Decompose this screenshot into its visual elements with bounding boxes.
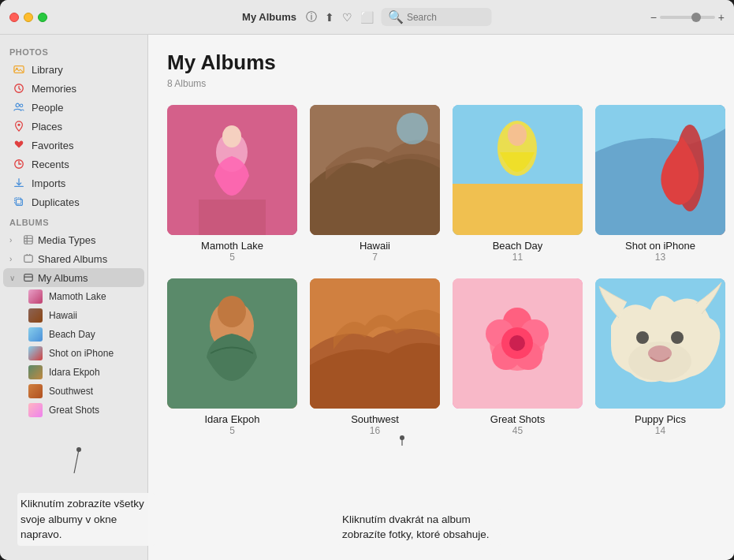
svg-point-5 bbox=[17, 124, 20, 126]
favorites-icon bbox=[13, 139, 25, 151]
sidebar-subitem-mamoth-lake[interactable]: Mamoth Lake bbox=[3, 287, 144, 306]
album-beach-day[interactable]: Beach Day 11 bbox=[453, 105, 583, 263]
album-thumb-puppy bbox=[595, 278, 725, 409]
svg-rect-11 bbox=[24, 274, 33, 282]
search-bar[interactable]: 🔍 bbox=[382, 8, 492, 26]
main-panel: My Albums 8 Albums bbox=[148, 35, 734, 560]
album-thumbnail-mamoth bbox=[28, 289, 43, 304]
album-count: 5 bbox=[229, 252, 235, 263]
sidebar-item-memories[interactable]: Memories bbox=[3, 79, 144, 98]
places-icon bbox=[13, 120, 25, 133]
album-name: Mamoth Lake bbox=[201, 240, 263, 252]
memories-icon bbox=[13, 82, 25, 95]
sidebar-subitem-hawaii[interactable]: Hawaii bbox=[3, 306, 144, 325]
album-name: Puppy Pics bbox=[635, 413, 686, 425]
svg-point-41 bbox=[671, 331, 684, 344]
search-icon: 🔍 bbox=[388, 9, 404, 24]
media-types-icon bbox=[22, 233, 35, 246]
duplicates-icon bbox=[13, 196, 25, 208]
maximize-button[interactable] bbox=[38, 13, 47, 22]
album-great-shots[interactable]: Great Shots 45 bbox=[453, 278, 583, 436]
sidebar-subitem-idara-ekpoh[interactable]: Idara Ekpoh bbox=[3, 363, 144, 382]
sidebar-subitem-southwest[interactable]: Southwest bbox=[3, 382, 144, 401]
sidebar-item-library[interactable]: Library bbox=[3, 60, 144, 79]
sidebar-subitem-beach-day[interactable]: Beach Day bbox=[3, 325, 144, 344]
zoom-slider-area: − + bbox=[650, 11, 725, 24]
sidebar-item-label: Favorites bbox=[32, 140, 73, 151]
album-thumb-hawaii bbox=[310, 105, 440, 235]
album-idara-ekpoh[interactable]: Idara Ekpoh 5 bbox=[167, 278, 297, 436]
album-mamoth-lake[interactable]: Mamoth Lake 5 bbox=[167, 105, 297, 263]
sidebar-subitem-label: Beach Day bbox=[49, 329, 95, 340]
sidebar-item-label: Library bbox=[32, 64, 63, 76]
shared-albums-icon bbox=[22, 252, 35, 265]
album-name: Shot on iPhone bbox=[625, 240, 695, 252]
svg-point-14 bbox=[222, 125, 241, 147]
album-count: 5 bbox=[229, 425, 235, 436]
sidebar-subitem-label: Mamoth Lake bbox=[49, 291, 106, 302]
chevron-right-icon: › bbox=[9, 255, 19, 263]
zoom-track[interactable] bbox=[660, 16, 715, 19]
titlebar-center: My Albums ⓘ ⬆ ♡ ⬜ 🔍 bbox=[242, 8, 492, 26]
album-count: 11 bbox=[512, 252, 523, 263]
sidebar-item-label: Imports bbox=[32, 177, 65, 189]
titlebar: − + My Albums ⓘ ⬆ ♡ ⬜ 🔍 bbox=[0, 0, 734, 35]
close-button[interactable] bbox=[9, 13, 19, 22]
album-thumbnail-hawaii bbox=[28, 308, 43, 323]
album-southwest[interactable]: Southwest 16 bbox=[310, 278, 440, 436]
crop-icon[interactable]: ⬜ bbox=[360, 11, 374, 24]
zoom-in-button[interactable]: + bbox=[718, 11, 725, 24]
sidebar-subitem-shot-on-iphone[interactable]: Shot on iPhone bbox=[3, 344, 144, 363]
svg-rect-9 bbox=[24, 236, 33, 245]
sidebar-subitem-label: Hawaii bbox=[49, 310, 77, 321]
zoom-out-button[interactable]: − bbox=[650, 11, 657, 24]
album-count: 16 bbox=[370, 425, 380, 436]
sidebar-item-duplicates[interactable]: Duplicates bbox=[3, 192, 144, 211]
search-input[interactable] bbox=[407, 12, 486, 23]
albums-section-label: Albums bbox=[0, 211, 147, 230]
sidebar-item-label: Duplicates bbox=[32, 196, 80, 208]
album-count: 7 bbox=[372, 252, 378, 263]
sidebar: Photos Library Memories bbox=[0, 35, 148, 560]
album-thumb-southwest bbox=[310, 278, 440, 409]
sidebar-item-label: Places bbox=[32, 121, 62, 133]
sidebar-group-media-types[interactable]: › Media Types bbox=[3, 230, 144, 249]
minimize-button[interactable] bbox=[24, 13, 33, 22]
album-thumbnail-great bbox=[28, 403, 43, 417]
album-name: Hawaii bbox=[360, 240, 390, 252]
album-thumbnail-southwest bbox=[28, 384, 43, 398]
titlebar-actions: ⓘ ⬆ ♡ ⬜ 🔍 bbox=[306, 8, 492, 26]
people-icon bbox=[13, 101, 25, 114]
album-count: 13 bbox=[655, 252, 665, 263]
svg-point-4 bbox=[20, 104, 23, 107]
album-count: 45 bbox=[512, 425, 523, 436]
sidebar-item-favorites[interactable]: Favorites bbox=[3, 136, 144, 155]
heart-icon[interactable]: ♡ bbox=[342, 11, 352, 24]
traffic-lights bbox=[9, 13, 47, 22]
zoom-thumb[interactable] bbox=[691, 13, 701, 22]
sidebar-group-label: Shared Albums bbox=[38, 253, 107, 265]
sidebar-item-imports[interactable]: Imports bbox=[3, 174, 144, 192]
main-content: Photos Library Memories bbox=[0, 35, 734, 560]
svg-point-37 bbox=[509, 335, 525, 351]
sidebar-subitem-great-shots[interactable]: Great Shots bbox=[3, 401, 144, 420]
album-name: Great Shots bbox=[490, 413, 545, 425]
sidebar-item-people[interactable]: People bbox=[3, 98, 144, 117]
album-shot-on-iphone[interactable]: Shot on iPhone 13 bbox=[595, 105, 725, 263]
album-puppy-pics[interactable]: Puppy Pics 14 bbox=[595, 278, 725, 436]
album-hawaii[interactable]: Hawaii 7 bbox=[310, 105, 440, 263]
album-thumbnail-iphone bbox=[28, 346, 43, 360]
sidebar-subitem-label: Shot on iPhone bbox=[49, 348, 114, 359]
share-icon[interactable]: ⬆ bbox=[325, 11, 334, 24]
sidebar-group-my-albums[interactable]: ∨ My Albums bbox=[3, 268, 144, 287]
svg-point-40 bbox=[636, 331, 649, 344]
photo-icon bbox=[13, 63, 25, 76]
chevron-right-icon: › bbox=[9, 236, 19, 245]
album-thumb-greatshots bbox=[453, 278, 583, 409]
sidebar-item-places[interactable]: Places bbox=[3, 117, 144, 136]
sidebar-item-recents[interactable]: Recents bbox=[3, 155, 144, 174]
album-count: 14 bbox=[655, 425, 665, 436]
album-thumb-idara bbox=[167, 278, 297, 409]
sidebar-group-shared-albums[interactable]: › Shared Albums bbox=[3, 249, 144, 268]
info-icon[interactable]: ⓘ bbox=[306, 10, 317, 24]
